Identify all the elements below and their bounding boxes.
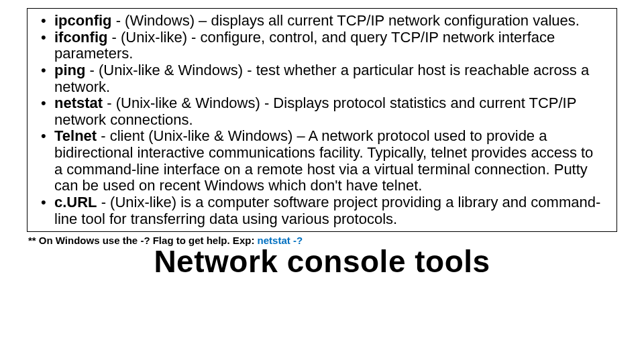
list-item: Telnet - client (Unix-like & Windows) – … <box>40 128 604 194</box>
term: netstat <box>54 95 103 111</box>
list-item: ping - (Unix-like & Windows) - test whet… <box>40 62 604 95</box>
list-item: ipconfig - (Windows) – displays all curr… <box>40 13 604 29</box>
list-item: c.URL - (Unix-like) is a computer softwa… <box>40 194 604 227</box>
content-box: ipconfig - (Windows) – displays all curr… <box>27 8 617 232</box>
definition: - (Windows) – displays all current TCP/I… <box>112 12 580 29</box>
page-title: Network console tools <box>27 243 617 280</box>
definition: - (Unix-like) - configure, control, and … <box>54 29 555 62</box>
term: ipconfig <box>54 12 112 29</box>
definition: - (Unix-like) is a computer software pro… <box>54 194 600 227</box>
bullet-list: ipconfig - (Windows) – displays all curr… <box>40 13 604 227</box>
definition: - (Unix-like & Windows) - test whether a… <box>54 62 589 95</box>
list-item: ifconfig - (Unix-like) - configure, cont… <box>40 29 604 62</box>
list-item: netstat - (Unix-like & Windows) - Displa… <box>40 95 604 128</box>
slide: ipconfig - (Windows) – displays all curr… <box>0 0 644 362</box>
term: ifconfig <box>54 29 107 46</box>
definition: - client (Unix-like & Windows) – A netwo… <box>54 127 593 194</box>
term: c.URL <box>54 194 97 210</box>
definition: - (Unix-like & Windows) - Displays proto… <box>54 95 576 128</box>
term: Telnet <box>54 127 97 144</box>
term: ping <box>54 62 85 78</box>
